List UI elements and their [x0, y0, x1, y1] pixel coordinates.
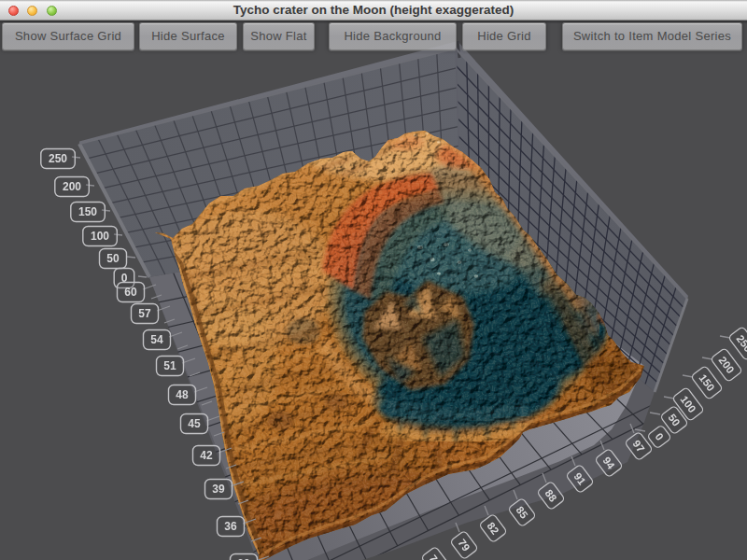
svg-text:250: 250 [49, 152, 67, 165]
svg-text:51: 51 [163, 359, 176, 372]
svg-text:45: 45 [188, 417, 201, 430]
svg-text:57: 57 [138, 307, 151, 320]
svg-text:48: 48 [176, 388, 189, 401]
svg-text:36: 36 [224, 520, 237, 533]
svg-text:54: 54 [150, 333, 163, 346]
svg-text:200: 200 [63, 180, 81, 193]
svg-text:60: 60 [124, 286, 137, 299]
svg-text:42: 42 [200, 449, 213, 462]
svg-text:150: 150 [78, 205, 97, 218]
svg-text:50: 50 [106, 252, 120, 265]
svg-text:100: 100 [91, 230, 109, 243]
svg-text:39: 39 [212, 483, 225, 496]
